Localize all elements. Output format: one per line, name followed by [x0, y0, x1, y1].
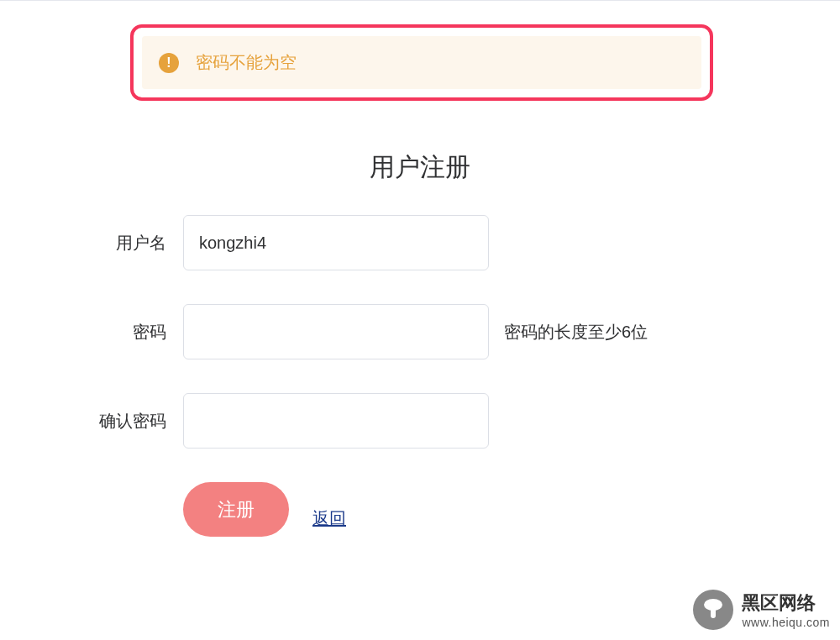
- warning-icon: !: [159, 53, 179, 73]
- watermark: 黑区网络 www.heiqu.com: [693, 590, 830, 630]
- watermark-url: www.heiqu.com: [742, 616, 830, 629]
- password-input[interactable]: [183, 304, 489, 359]
- confirm-password-label: 确认密码: [82, 410, 183, 433]
- confirm-password-input[interactable]: [183, 393, 489, 449]
- back-link[interactable]: 返回: [312, 507, 346, 537]
- watermark-logo-icon: [693, 590, 733, 630]
- password-label: 密码: [82, 321, 183, 344]
- alert-message: 密码不能为空: [196, 51, 297, 74]
- registration-form: 用户名 密码 密码的长度至少6位 确认密码 注册 返回: [82, 215, 648, 537]
- username-label: 用户名: [82, 232, 183, 254]
- alert-warning: ! 密码不能为空: [142, 36, 701, 89]
- username-input[interactable]: [183, 215, 489, 270]
- form-title: 用户注册: [0, 150, 840, 185]
- button-row: 注册 返回: [183, 482, 648, 537]
- svg-rect-1: [711, 606, 716, 618]
- watermark-name: 黑区网络: [742, 590, 816, 616]
- confirm-password-row: 确认密码: [82, 393, 648, 449]
- register-button[interactable]: 注册: [183, 482, 289, 537]
- watermark-text: 黑区网络 www.heiqu.com: [742, 590, 830, 629]
- alert-highlight-box: ! 密码不能为空: [130, 24, 713, 101]
- password-row: 密码 密码的长度至少6位: [82, 304, 648, 359]
- username-row: 用户名: [82, 215, 648, 270]
- password-hint: 密码的长度至少6位: [504, 321, 648, 344]
